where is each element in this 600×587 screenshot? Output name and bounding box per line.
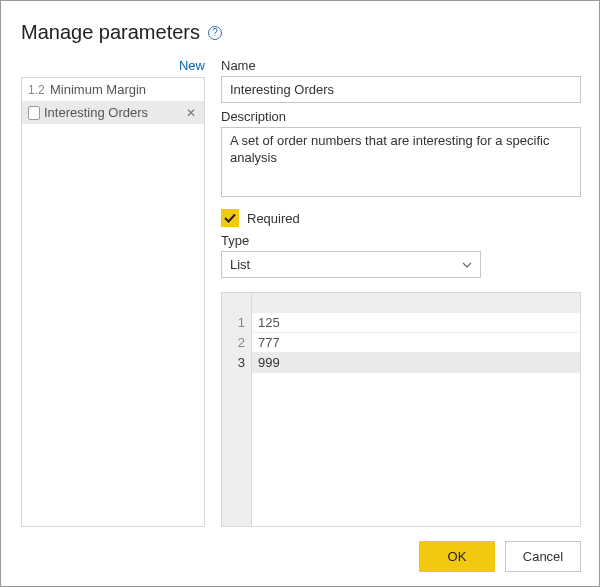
description-label: Description	[221, 109, 581, 124]
parameter-list: 1.2 Minimum Margin Interesting Orders ✕	[21, 77, 205, 527]
name-label: Name	[221, 58, 581, 73]
list-icon	[28, 106, 40, 120]
type-label: Type	[221, 233, 581, 248]
grid-row-number: 1	[222, 313, 252, 333]
name-input[interactable]	[221, 76, 581, 103]
parameter-item-label: Interesting Orders	[44, 105, 180, 120]
parameter-item-label: Minimum Margin	[50, 82, 198, 97]
grid-cell-value[interactable]: 125	[252, 313, 580, 333]
parameter-type-badge: 1.2	[28, 83, 46, 97]
type-select[interactable]: List	[221, 251, 481, 278]
grid-row[interactable]: 1 125	[222, 313, 580, 333]
dialog-title: Manage parameters	[21, 21, 200, 44]
parameter-item-minimum-margin[interactable]: 1.2 Minimum Margin	[22, 78, 204, 101]
grid-row-number: 3	[222, 353, 252, 373]
grid-cell-value[interactable]: 777	[252, 333, 580, 353]
ok-button[interactable]: OK	[419, 541, 495, 572]
cancel-button[interactable]: Cancel	[505, 541, 581, 572]
grid-row[interactable]: 2 777	[222, 333, 580, 353]
grid-row-number: 2	[222, 333, 252, 353]
grid-row[interactable]: 3 999	[222, 353, 580, 373]
list-values-grid[interactable]: 1 125 2 777 3 999	[221, 292, 581, 527]
required-label: Required	[247, 211, 300, 226]
grid-empty-area	[222, 373, 580, 526]
help-icon[interactable]: ?	[208, 26, 222, 40]
check-icon	[224, 212, 236, 224]
parameter-item-interesting-orders[interactable]: Interesting Orders ✕	[22, 101, 204, 124]
required-checkbox[interactable]	[221, 209, 239, 227]
delete-parameter-icon[interactable]: ✕	[184, 106, 198, 120]
grid-cell-value[interactable]: 999	[252, 353, 580, 373]
new-parameter-link[interactable]: New	[179, 58, 205, 73]
description-input[interactable]	[221, 127, 581, 197]
